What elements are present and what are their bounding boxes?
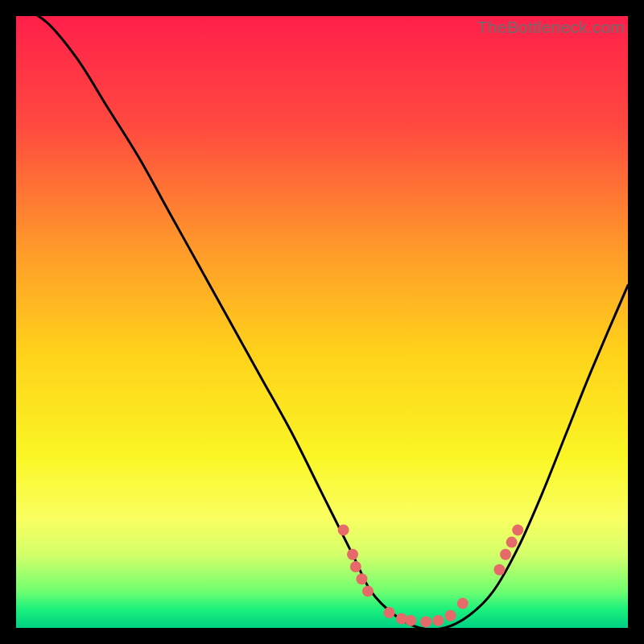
chart-svg [16,16,628,628]
chart-frame: TheBottleneck.com [16,16,628,628]
watermark-text: TheBottleneck.com [477,18,625,37]
marker-dot [445,610,456,621]
marker-dot [384,607,395,618]
marker-dot [405,615,416,626]
marker-dot [500,549,511,560]
plot-area [16,16,628,628]
marker-dot [506,537,518,548]
marker-dot [356,573,367,584]
marker-dot [350,561,361,572]
marker-dot [338,524,349,535]
marker-dot [420,616,431,627]
marker-dot [432,615,444,626]
marker-dot [347,549,358,560]
marker-dot [362,585,374,597]
marker-dot [493,564,505,576]
marker-dot [512,524,523,535]
marker-dot [457,598,469,609]
